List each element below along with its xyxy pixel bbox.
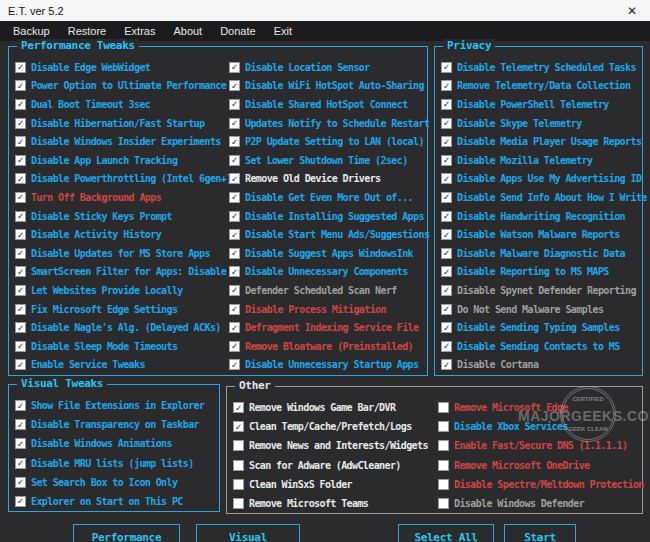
checkbox-unchecked-icon[interactable] (233, 498, 244, 509)
checkbox-checked-icon[interactable]: ✓ (15, 496, 26, 507)
checkbox-checked-icon[interactable]: ✓ (233, 421, 244, 432)
checkbox-item-do-not-send-malware-samples[interactable]: ✓Do Not Send Malware Samples (441, 300, 639, 319)
checkbox-checked-icon[interactable]: ✓ (441, 118, 452, 129)
checkbox-item-disable-telemetry-scheduled-tasks[interactable]: ✓Disable Telemetry Scheduled Tasks (441, 58, 639, 77)
checkbox-item-remove-old-device-drivers[interactable]: ✓Remove Old Device Drivers (229, 170, 427, 189)
checkbox-checked-icon[interactable]: ✓ (15, 458, 26, 469)
checkbox-item-disable-mozilla-telemetry[interactable]: ✓Disable Mozilla Telemetry (441, 151, 639, 170)
checkbox-checked-icon[interactable]: ✓ (229, 248, 240, 259)
checkbox-item-disable-suggest-apps-windowsink[interactable]: ✓Disable Suggest Apps WindowsInk (229, 244, 427, 263)
checkbox-item-show-file-extensions-in-explorer[interactable]: ✓Show File Extensions in Explorer (15, 396, 215, 415)
checkbox-item-disable-reporting-to-ms-maps[interactable]: ✓Disable Reporting to MS MAPS (441, 263, 639, 282)
checkbox-item-disable-app-launch-tracking[interactable]: ✓Disable App Launch Tracking (15, 151, 229, 170)
checkbox-item-disable-send-info-about-how-i-write[interactable]: ✓Disable Send Info About How I Write (441, 188, 639, 207)
checkbox-item-disable-sending-typing-samples[interactable]: ✓Disable Sending Typing Samples (441, 318, 639, 337)
checkbox-item-disable-powerthrottling-intel-6gen[interactable]: ✓Disable Powerthrottling (Intel 6gen+) (15, 170, 229, 189)
checkbox-checked-icon[interactable]: ✓ (441, 99, 452, 110)
checkbox-item-defragment-indexing-service-file[interactable]: ✓Defragment Indexing Service File (229, 318, 427, 337)
checkbox-checked-icon[interactable]: ✓ (229, 229, 240, 240)
checkbox-item-let-websites-provide-locally[interactable]: ✓Let Websites Provide Locally (15, 281, 229, 300)
checkbox-item-disable-activity-history[interactable]: ✓Disable Activity History (15, 225, 229, 244)
checkbox-checked-icon[interactable]: ✓ (15, 248, 26, 259)
checkbox-item-enable-fast-secure-dns-1-1-1-1[interactable]: Enable Fast/Secure DNS (1.1.1.1) (438, 436, 642, 455)
checkbox-item-remove-news-and-interests-widgets[interactable]: Remove News and Interests/Widgets (233, 436, 438, 455)
checkbox-item-disable-spynet-defender-reporting[interactable]: ✓Disable Spynet Defender Reporting (441, 281, 639, 300)
checkbox-unchecked-icon[interactable] (438, 402, 449, 413)
checkbox-item-disable-sticky-keys-prompt[interactable]: ✓Disable Sticky Keys Prompt (15, 207, 229, 226)
checkbox-checked-icon[interactable]: ✓ (441, 304, 452, 315)
checkbox-item-disable-sleep-mode-timeouts[interactable]: ✓Disable Sleep Mode Timeouts (15, 337, 229, 356)
checkbox-unchecked-icon[interactable] (233, 460, 244, 471)
menu-item-exit[interactable]: Exit (265, 21, 301, 41)
checkbox-item-defender-scheduled-scan-nerf[interactable]: ✓Defender Scheduled Scan Nerf (229, 281, 427, 300)
checkbox-item-disable-edge-webwidget[interactable]: ✓Disable Edge WebWidget (15, 58, 229, 77)
checkbox-item-disable-location-sensor[interactable]: ✓Disable Location Sensor (229, 58, 427, 77)
checkbox-checked-icon[interactable]: ✓ (15, 192, 26, 203)
checkbox-item-explorer-on-start-on-this-pc[interactable]: ✓Explorer on Start on This PC (15, 492, 215, 511)
checkbox-item-disable-get-even-more-out-of[interactable]: ✓Disable Get Even More Out of... (229, 188, 427, 207)
checkbox-item-p2p-update-setting-to-lan-local[interactable]: ✓P2P Update Setting to LAN (local) (229, 132, 427, 151)
menu-item-restore[interactable]: Restore (59, 21, 116, 41)
checkbox-item-disable-handwriting-recognition[interactable]: ✓Disable Handwriting Recognition (441, 207, 639, 226)
checkbox-item-set-search-box-to-icon-only[interactable]: ✓Set Search Box to Icon Only (15, 473, 215, 492)
checkbox-item-disable-hibernation-fast-startup[interactable]: ✓Disable Hibernation/Fast Startup (15, 114, 229, 133)
checkbox-unchecked-icon[interactable] (233, 440, 244, 451)
checkbox-checked-icon[interactable]: ✓ (15, 419, 26, 430)
checkbox-item-disable-malware-diagnostic-data[interactable]: ✓Disable Malware Diagnostic Data (441, 244, 639, 263)
checkbox-item-clean-temp-cache-prefetch-logs[interactable]: ✓Clean Temp/Cache/Prefetch/Logs (233, 417, 438, 436)
checkbox-item-disable-skype-telemetry[interactable]: ✓Disable Skype Telemetry (441, 114, 639, 133)
checkbox-item-disable-shared-hotspot-connect[interactable]: ✓Disable Shared HotSpot Connect (229, 95, 427, 114)
checkbox-checked-icon[interactable]: ✓ (229, 173, 240, 184)
checkbox-checked-icon[interactable]: ✓ (15, 80, 26, 91)
checkbox-item-disable-sending-contacts-to-ms[interactable]: ✓Disable Sending Contacts to MS (441, 337, 639, 356)
menu-item-backup[interactable]: Backup (4, 21, 59, 41)
checkbox-checked-icon[interactable]: ✓ (229, 285, 240, 296)
checkbox-checked-icon[interactable]: ✓ (229, 359, 240, 370)
checkbox-checked-icon[interactable]: ✓ (229, 155, 240, 166)
checkbox-checked-icon[interactable]: ✓ (15, 211, 26, 222)
checkbox-checked-icon[interactable]: ✓ (441, 62, 452, 73)
checkbox-checked-icon[interactable]: ✓ (15, 285, 26, 296)
checkbox-unchecked-icon[interactable] (438, 421, 449, 432)
checkbox-item-disable-cortana[interactable]: ✓Disable Cortana (441, 356, 639, 375)
checkbox-checked-icon[interactable]: ✓ (233, 402, 244, 413)
checkbox-item-enable-service-tweaks[interactable]: ✓Enable Service Tweaks (15, 356, 229, 375)
checkbox-item-disable-transparency-on-taskbar[interactable]: ✓Disable Transparency on Taskbar (15, 415, 215, 434)
checkbox-item-disable-start-menu-ads-suggestions[interactable]: ✓Disable Start Menu Ads/Suggestions (229, 225, 427, 244)
checkbox-checked-icon[interactable]: ✓ (229, 62, 240, 73)
menu-item-about[interactable]: About (164, 21, 211, 41)
checkbox-item-disable-process-mitigation[interactable]: ✓Disable Process Mitigation (229, 300, 427, 319)
checkbox-checked-icon[interactable]: ✓ (441, 155, 452, 166)
checkbox-checked-icon[interactable]: ✓ (441, 136, 452, 147)
checkbox-item-remove-microsoft-edge[interactable]: Remove Microsoft Edge (438, 398, 642, 417)
checkbox-unchecked-icon[interactable] (438, 460, 449, 471)
checkbox-checked-icon[interactable]: ✓ (441, 211, 452, 222)
checkbox-checked-icon[interactable]: ✓ (441, 173, 452, 184)
checkbox-checked-icon[interactable]: ✓ (229, 211, 240, 222)
checkbox-checked-icon[interactable]: ✓ (15, 341, 26, 352)
checkbox-checked-icon[interactable]: ✓ (229, 99, 240, 110)
button-select-all[interactable]: Select All (398, 524, 494, 542)
checkbox-unchecked-icon[interactable] (233, 479, 244, 490)
checkbox-item-updates-notify-to-schedule-restart[interactable]: ✓Updates Notify to Schedule Restart (229, 114, 427, 133)
checkbox-item-remove-bloatware-preinstalled[interactable]: ✓Remove Bloatware (Preinstalled) (229, 337, 427, 356)
checkbox-item-scan-for-adware-adwcleaner[interactable]: Scan for Adware (AdwCleaner) (233, 456, 438, 475)
close-icon[interactable]: ✕ (614, 0, 650, 21)
checkbox-item-disable-windows-defender[interactable]: Disable Windows Defender (438, 494, 642, 513)
checkbox-checked-icon[interactable]: ✓ (229, 80, 240, 91)
menu-item-extras[interactable]: Extras (115, 21, 164, 41)
checkbox-item-disable-wifi-hotspot-auto-sharing[interactable]: ✓Disable WiFi HotSpot Auto-Sharing (229, 77, 427, 96)
checkbox-item-fix-microsoft-edge-settings[interactable]: ✓Fix Microsoft Edge Settings (15, 300, 229, 319)
checkbox-checked-icon[interactable]: ✓ (441, 229, 452, 240)
checkbox-item-disable-watson-malware-reports[interactable]: ✓Disable Watson Malware Reports (441, 225, 639, 244)
checkbox-checked-icon[interactable]: ✓ (229, 192, 240, 203)
checkbox-checked-icon[interactable]: ✓ (15, 400, 26, 411)
checkbox-checked-icon[interactable]: ✓ (229, 136, 240, 147)
checkbox-item-disable-media-player-usage-reports[interactable]: ✓Disable Media Player Usage Reports (441, 132, 639, 151)
checkbox-checked-icon[interactable]: ✓ (15, 118, 26, 129)
checkbox-item-smartscreen-filter-for-apps-disable[interactable]: ✓SmartScreen Filter for Apps: Disable (15, 263, 229, 282)
checkbox-checked-icon[interactable]: ✓ (441, 80, 452, 91)
checkbox-unchecked-icon[interactable] (438, 479, 449, 490)
checkbox-checked-icon[interactable]: ✓ (441, 248, 452, 259)
checkbox-item-disable-installing-suggested-apps[interactable]: ✓Disable Installing Suggested Apps (229, 207, 427, 226)
